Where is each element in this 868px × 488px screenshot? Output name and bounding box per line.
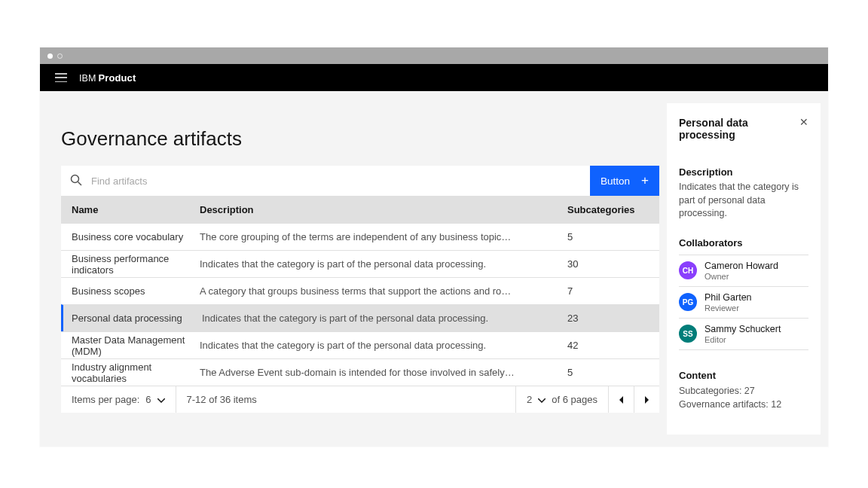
pagination: Items per page: 6 7-12 of 36 items 2	[61, 386, 659, 413]
items-per-page-value: 6	[145, 394, 151, 405]
collaborators-list: CHCameron HowardOwnerPGPhil GartenReview…	[679, 255, 808, 350]
cell-description: Indicates that the category is part of t…	[200, 340, 567, 351]
next-page-button[interactable]	[634, 386, 659, 413]
collaborator-role: Reviewer	[704, 303, 752, 313]
cell-name: Business scopes	[61, 285, 200, 297]
collaborator-item[interactable]: CHCameron HowardOwner	[679, 255, 808, 287]
cell-name: Industry alignment vocabularies	[61, 361, 200, 384]
chevron-down-icon	[157, 394, 165, 405]
add-button[interactable]: Button +	[590, 166, 659, 196]
items-per-page-label: Items per page:	[72, 394, 139, 405]
collaborator-role: Owner	[704, 272, 778, 281]
header-description: Description	[200, 204, 567, 215]
data-table: Button + Name Description Subcategories …	[61, 166, 659, 413]
cell-subcategories: 23	[567, 313, 659, 324]
close-icon[interactable]: ✕	[799, 117, 808, 127]
cell-subcategories: 7	[567, 285, 659, 297]
page-title: Governance artifacts	[61, 103, 659, 166]
table-toolbar: Button +	[61, 166, 659, 196]
avatar: PG	[679, 293, 697, 311]
collaborators-heading: Collaborators	[679, 237, 808, 249]
collaborator-name: Sammy Schuckert	[704, 324, 781, 335]
brand-prefix: IBM	[79, 73, 96, 84]
cell-description: Indicates that the category is part of t…	[202, 313, 567, 324]
window-titlebar	[40, 47, 828, 64]
collaborator-text: Cameron HowardOwner	[704, 261, 778, 281]
cell-name: Business core vocabulary	[61, 231, 200, 242]
cell-description: A category that groups business terms th…	[200, 285, 567, 297]
header-subcategories: Subcategories	[567, 204, 659, 215]
table-row[interactable]: Master Data Management (MDM)Indicates th…	[61, 331, 659, 358]
cell-subcategories: 30	[567, 258, 659, 270]
side-panel: Personal data processing ✕ Description I…	[667, 103, 821, 435]
header-name: Name	[61, 204, 200, 215]
collaborator-text: Sammy SchuckertEditor	[704, 324, 781, 344]
collaborator-name: Phil Garten	[704, 292, 752, 303]
global-header: IBMProduct	[40, 64, 828, 91]
avatar: SS	[679, 325, 697, 343]
table-row[interactable]: Personal data processingIndicates that t…	[61, 304, 659, 331]
avatar: CH	[679, 261, 697, 279]
cell-name: Personal data processing	[63, 313, 202, 324]
table-header: Name Description Subcategories	[61, 196, 659, 223]
app-frame: IBMProduct Governance artifacts	[40, 47, 828, 447]
prev-page-button[interactable]	[608, 386, 634, 413]
pages-suffix: of 6 pages	[552, 394, 598, 405]
table-row[interactable]: Business performance indicatorsIndicates…	[61, 250, 659, 277]
description-heading: Description	[679, 166, 808, 178]
items-per-page[interactable]: Items per page: 6	[61, 386, 176, 413]
collaborator-text: Phil GartenReviewer	[704, 292, 752, 313]
collaborator-name: Cameron Howard	[704, 261, 778, 272]
menu-icon[interactable]	[55, 73, 67, 82]
cell-description: The core grouping of the terms are indep…	[200, 231, 567, 242]
traffic-dot-2	[57, 53, 63, 59]
content-artifacts: Governance artifacts: 12	[679, 398, 808, 412]
description-text: Indicates that the category is part of p…	[679, 181, 808, 221]
collaborator-role: Editor	[704, 335, 781, 344]
collaborator-item[interactable]: PGPhil GartenReviewer	[679, 287, 808, 319]
cell-description: The Adverse Event sub-domain is intended…	[200, 367, 567, 378]
page-select[interactable]: 2 of 6 pages	[515, 386, 608, 413]
cell-subcategories: 5	[567, 367, 659, 378]
brand-product: Product	[99, 72, 136, 84]
search-wrap	[61, 166, 590, 196]
content-heading: Content	[679, 370, 808, 381]
chevron-down-icon	[538, 394, 546, 405]
cell-name: Master Data Management (MDM)	[61, 334, 200, 357]
table-row[interactable]: Business core vocabularyThe core groupin…	[61, 223, 659, 250]
main-pane: Governance artifacts Button +	[61, 103, 659, 413]
pagination-range: 7-12 of 36 items	[176, 386, 515, 413]
search-input[interactable]	[91, 175, 581, 187]
plus-icon: +	[641, 173, 649, 188]
traffic-dot-1	[47, 53, 53, 59]
current-page: 2	[527, 394, 532, 405]
cell-description: Indicates that the category is part of t…	[200, 258, 567, 270]
content-subcategories: Subcategories: 27	[679, 384, 808, 398]
cell-subcategories: 5	[567, 231, 659, 242]
svg-point-0	[72, 175, 79, 182]
table-row[interactable]: Industry alignment vocabulariesThe Adver…	[61, 358, 659, 386]
brand: IBMProduct	[79, 72, 136, 84]
cell-name: Business performance indicators	[61, 253, 200, 276]
search-icon	[70, 174, 82, 188]
table-row[interactable]: Business scopesA category that groups bu…	[61, 277, 659, 304]
cell-subcategories: 42	[567, 340, 659, 351]
add-button-label: Button	[601, 175, 630, 187]
svg-line-1	[78, 181, 82, 185]
collaborator-item[interactable]: SSSammy SchuckertEditor	[679, 319, 808, 350]
panel-title: Personal data processing	[679, 117, 799, 141]
